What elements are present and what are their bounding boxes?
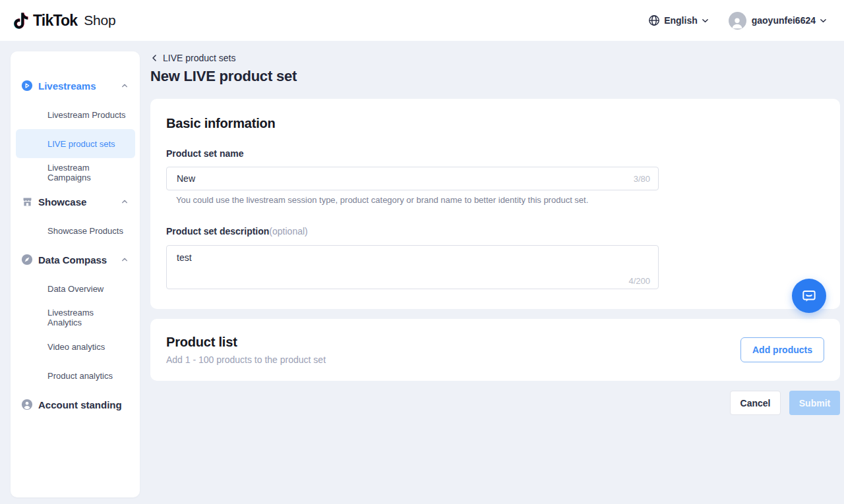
product-set-name-label: Product set name [166,148,824,159]
form-actions: Cancel Submit [150,391,840,415]
chevron-up-icon [121,82,128,89]
compass-icon [21,254,33,266]
product-set-name-input[interactable] [166,167,659,190]
language-selector[interactable]: English [648,14,709,26]
submit-button[interactable]: Submit [789,391,840,415]
sidebar-item-livestream-products[interactable]: Livestream Products [11,100,140,129]
account-person-icon [21,399,33,410]
page-title: New LIVE product set [150,68,840,85]
basic-information-card: Basic information Product set name 3/80 … [150,99,840,309]
name-helper-text: You could use the livestream session typ… [176,195,824,205]
sidebar-section-label: Livestreams [38,80,121,92]
tiktok-shop-logo[interactable]: TikTok Shop [13,12,115,30]
product-list-card: Product list Add 1 - 100 products to the… [150,319,840,381]
product-list-heading: Product list [166,335,326,350]
description-char-counter: 4/200 [628,276,650,286]
avatar-person-icon [730,15,744,30]
sidebar-section-label: Data Compass [38,254,121,266]
sidebar-section-label: Account standing [38,399,128,410]
avatar [729,12,746,30]
product-set-name-field: 3/80 [166,167,659,190]
tiktok-note-icon [13,12,29,29]
sidebar-item-showcase-products[interactable]: Showcase Products [11,216,140,245]
chat-bubble-icon [800,287,818,304]
breadcrumb[interactable]: LIVE product sets [150,53,840,63]
product-set-description-field: test 4/200 [166,245,659,292]
sidebar-item-livestream-campaigns[interactable]: Livestream Campaigns [11,158,140,187]
brand-suffix: Shop [84,13,115,28]
brand-name: TikTok [33,12,77,30]
main-content: LIVE product sets New LIVE product set B… [140,41,844,504]
support-chat-fab[interactable] [792,279,826,313]
sidebar-item-video-analytics[interactable]: Video analytics [11,332,140,361]
globe-icon [648,14,660,26]
sidebar-section-account-standing[interactable]: Account standing [11,390,140,419]
sidebar-section-showcase[interactable]: Showcase [11,187,140,216]
chevron-down-icon [702,17,709,24]
sidebar: Livestreams Livestream Products LIVE pro… [11,51,140,497]
livestream-play-icon [21,80,33,92]
sidebar-item-livestreams-analytics[interactable]: Livestreams Analytics [11,303,140,332]
add-products-button[interactable]: Add products [740,337,824,362]
chevron-down-icon [820,17,827,24]
product-set-description-input[interactable]: test [166,245,659,289]
chevron-up-icon [121,256,128,263]
sidebar-item-live-product-sets[interactable]: LIVE product sets [16,129,135,158]
sidebar-section-data-compass[interactable]: Data Compass [11,245,140,274]
product-list-subtitle: Add 1 - 100 products to the product set [166,354,326,365]
storefront-icon [21,196,33,208]
optional-hint: (optional) [269,226,307,237]
sidebar-item-data-overview[interactable]: Data Overview [11,274,140,303]
breadcrumb-label: LIVE product sets [163,53,236,63]
sidebar-section-label: Showcase [38,196,121,208]
basic-information-heading: Basic information [166,116,824,131]
chevron-up-icon [121,198,128,205]
name-char-counter: 3/80 [634,174,650,184]
user-name: gaoyunfei6624 [752,15,816,26]
cancel-button[interactable]: Cancel [730,391,781,415]
language-label: English [664,15,698,26]
top-bar: TikTok Shop English gaoyunfei6624 [0,0,844,41]
user-menu[interactable]: gaoyunfei6624 [729,12,827,30]
chevron-left-icon [150,54,158,62]
sidebar-section-livestreams[interactable]: Livestreams [11,71,140,100]
product-set-description-label: Product set description [166,226,269,237]
sidebar-item-product-analytics[interactable]: Product analytics [11,361,140,390]
